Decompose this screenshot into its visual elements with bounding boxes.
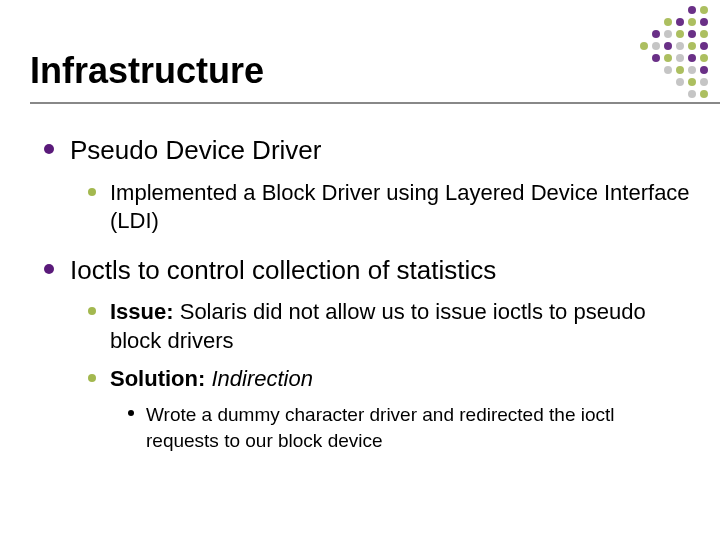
- list-item: Pseudo Device Driver Implemented a Block…: [70, 134, 690, 236]
- dot: [652, 18, 660, 26]
- slide-title: Infrastructure: [30, 50, 690, 92]
- dot: [700, 66, 708, 74]
- issue-rest: Solaris did not allow us to issue ioctls…: [110, 299, 646, 353]
- dot: [676, 18, 684, 26]
- slide: Infrastructure Pseudo Device Driver Impl…: [0, 0, 720, 540]
- dot: [664, 42, 672, 50]
- dot: [664, 6, 672, 14]
- dot: [640, 6, 648, 14]
- bullet-text: Implemented a Block Driver using Layered…: [110, 179, 690, 236]
- dot: [676, 30, 684, 38]
- dot: [652, 42, 660, 50]
- dot: [688, 42, 696, 50]
- list-item: Solution: Indirection Wrote a dummy char…: [110, 365, 690, 453]
- bullet-text: Wrote a dummy character driver and redir…: [146, 402, 690, 453]
- dot: [664, 30, 672, 38]
- dot: [664, 18, 672, 26]
- issue-label: Issue:: [110, 299, 174, 324]
- solution-rest: Indirection: [205, 366, 313, 391]
- bullet-text: Issue: Solaris did not allow us to issue…: [110, 298, 690, 355]
- dot: [688, 30, 696, 38]
- dot: [616, 42, 624, 50]
- title-block: Infrastructure: [30, 50, 690, 104]
- dot: [700, 18, 708, 26]
- dot: [676, 6, 684, 14]
- list-item: Implemented a Block Driver using Layered…: [110, 179, 690, 236]
- bullet-text: Solution: Indirection: [110, 365, 690, 394]
- title-underline: [30, 102, 720, 104]
- bullet-text: Pseudo Device Driver: [70, 134, 690, 167]
- dot: [688, 18, 696, 26]
- dot: [676, 42, 684, 50]
- dot: [700, 90, 708, 98]
- sub-sub-list: Wrote a dummy character driver and redir…: [110, 402, 690, 453]
- dot: [640, 18, 648, 26]
- dot: [628, 30, 636, 38]
- solution-label: Solution:: [110, 366, 205, 391]
- list-item: Wrote a dummy character driver and redir…: [146, 402, 690, 453]
- bullet-list: Pseudo Device Driver Implemented a Block…: [30, 134, 690, 453]
- dot: [628, 6, 636, 14]
- dot: [616, 18, 624, 26]
- sub-list: Implemented a Block Driver using Layered…: [70, 179, 690, 236]
- list-item: Ioctls to control collection of statisti…: [70, 254, 690, 454]
- dot: [700, 78, 708, 86]
- dot: [700, 6, 708, 14]
- bullet-text: Ioctls to control collection of statisti…: [70, 254, 690, 287]
- dot: [640, 30, 648, 38]
- dot: [640, 42, 648, 50]
- dot: [628, 18, 636, 26]
- dot: [688, 6, 696, 14]
- dot: [652, 30, 660, 38]
- dot: [700, 42, 708, 50]
- dot: [700, 30, 708, 38]
- dot: [700, 54, 708, 62]
- dot: [652, 6, 660, 14]
- list-item: Issue: Solaris did not allow us to issue…: [110, 298, 690, 355]
- dot: [616, 30, 624, 38]
- sub-list: Issue: Solaris did not allow us to issue…: [70, 298, 690, 453]
- dot: [628, 42, 636, 50]
- dot: [616, 6, 624, 14]
